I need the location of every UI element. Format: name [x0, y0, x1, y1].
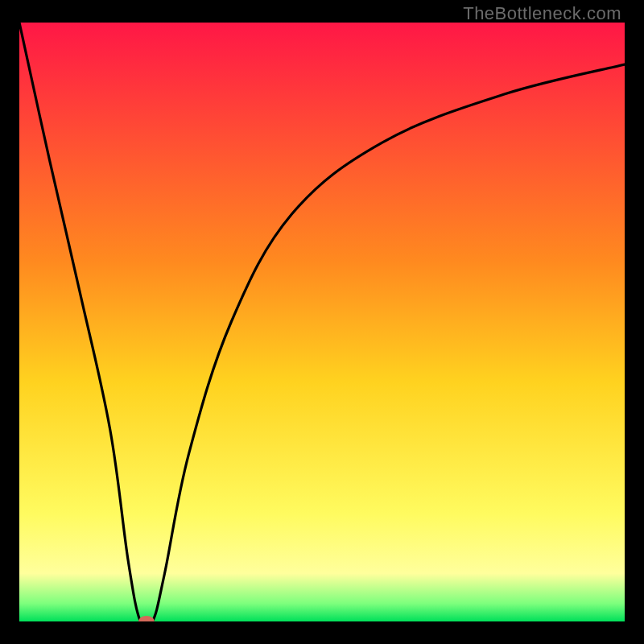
plot-svg	[19, 23, 625, 621]
watermark-text: TheBottleneck.com	[463, 3, 621, 24]
plot-area	[19, 23, 625, 621]
chart-frame: TheBottleneck.com	[0, 0, 644, 644]
plot-background	[19, 23, 625, 621]
